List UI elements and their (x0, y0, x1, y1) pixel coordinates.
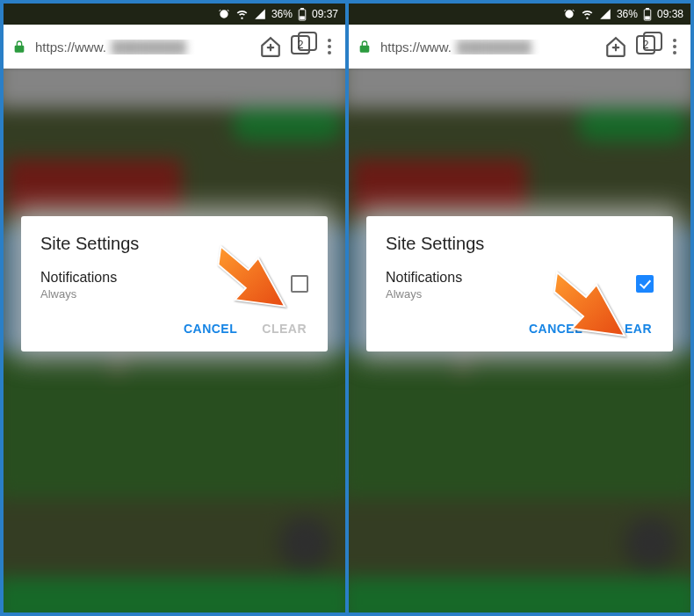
signal-icon (599, 8, 611, 20)
tab-switcher[interactable]: 2 (636, 35, 659, 58)
tab-count: 2 (643, 39, 649, 51)
lock-icon (12, 39, 26, 54)
chrome-omnibox[interactable]: https://www. ████████ 2 (4, 25, 345, 69)
tab-switcher[interactable]: 2 (291, 35, 314, 58)
site-settings-dialog: Site Settings Notifications Always CANCE… (21, 216, 328, 351)
notif-checkbox[interactable] (636, 275, 654, 293)
svg-rect-4 (646, 8, 649, 10)
clear-button[interactable]: CLEAR (607, 322, 652, 336)
notif-label: Notifications (386, 270, 462, 286)
notif-checkbox[interactable] (291, 275, 308, 293)
chrome-omnibox[interactable]: https://www. ████████ 2 (349, 25, 690, 69)
alarm-icon (218, 8, 230, 20)
url-text[interactable]: https://www. ████████ (380, 40, 596, 54)
svg-rect-1 (300, 8, 304, 10)
url-text[interactable]: https://www. ████████ (35, 40, 250, 54)
wifi-icon (581, 8, 594, 20)
svg-rect-5 (645, 16, 650, 19)
url-proto: https://www. (380, 40, 452, 54)
svg-rect-2 (300, 16, 305, 19)
url-host-redacted: ████████ (457, 40, 531, 54)
phone-right: pcr 36% 09:38 https://www. ████████ 2 Si… (349, 4, 690, 612)
signal-icon (254, 8, 266, 20)
dialog-title: Site Settings (386, 234, 654, 254)
status-bar: 36% 09:38 (349, 4, 690, 25)
notif-value: Always (386, 287, 462, 301)
site-settings-dialog: Site Settings Notifications Always CANCE… (366, 216, 673, 351)
overflow-menu-icon[interactable] (668, 39, 682, 54)
cancel-button[interactable]: CANCEL (184, 322, 237, 336)
status-bar: 36% 09:37 (4, 4, 345, 25)
clock: 09:37 (312, 8, 338, 20)
add-home-icon[interactable] (604, 35, 627, 58)
battery-icon (643, 8, 652, 21)
add-home-icon[interactable] (259, 35, 282, 58)
alarm-icon (563, 8, 575, 20)
clock: 09:38 (657, 8, 683, 20)
clear-button: CLEAR (262, 322, 307, 336)
battery-pct: 36% (271, 8, 293, 20)
notif-label: Notifications (40, 270, 117, 286)
wifi-icon (235, 8, 249, 20)
tab-count: 2 (298, 39, 304, 51)
cancel-button[interactable]: CANCEL (529, 322, 582, 336)
lock-icon (358, 39, 372, 54)
battery-pct: 36% (617, 8, 638, 20)
dialog-title: Site Settings (40, 234, 308, 254)
url-host-redacted: ████████ (112, 40, 186, 54)
url-proto: https://www. (35, 40, 106, 54)
phone-left: pcr 36% 09:37 https://www. ████████ 2 Si… (4, 4, 345, 612)
battery-icon (298, 8, 307, 21)
overflow-menu-icon[interactable] (322, 39, 336, 54)
notif-value: Always (40, 287, 117, 301)
